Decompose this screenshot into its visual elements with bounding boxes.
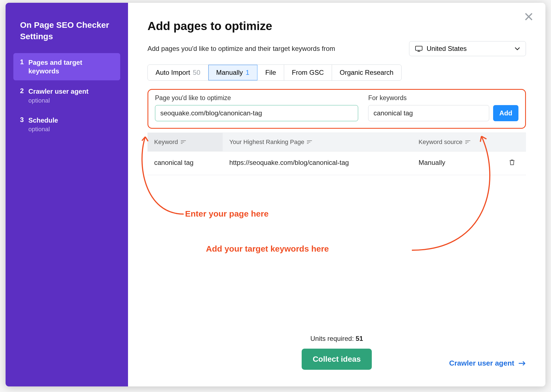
sort-icon	[181, 140, 186, 144]
page-input[interactable]	[155, 105, 358, 121]
sidebar-step-crawler[interactable]: 2 Crawler user agent optional	[13, 82, 120, 109]
add-page-form: Page you'd like to optimize For keywords…	[147, 89, 526, 129]
tab-auto-import[interactable]: Auto Import 50	[148, 65, 208, 80]
tab-label: Manually	[216, 69, 243, 76]
col-label: Keyword	[154, 138, 178, 146]
close-icon	[523, 11, 534, 22]
tab-label: File	[265, 69, 276, 76]
tab-file[interactable]: File	[257, 65, 284, 80]
step-label: Crawler user agent	[28, 87, 88, 96]
chevron-down-icon	[515, 47, 520, 50]
step-number: 1	[20, 58, 28, 66]
tab-from-gsc[interactable]: From GSC	[284, 65, 332, 80]
country-value: United States	[427, 45, 467, 53]
sort-icon	[465, 140, 470, 144]
col-keyword[interactable]: Keyword	[147, 133, 223, 151]
units-value: 51	[356, 335, 363, 342]
step-number: 3	[20, 116, 28, 124]
page-field-label: Page you'd like to optimize	[155, 94, 358, 102]
add-button[interactable]: Add	[493, 105, 518, 121]
keywords-field-label: For keywords	[368, 94, 518, 102]
sort-icon	[307, 140, 312, 144]
tab-count: 50	[193, 69, 200, 76]
annotation-page-hint: Enter your page here	[185, 209, 269, 219]
sidebar-title: On Page SEO Checker Settings	[20, 19, 120, 42]
tab-organic-research[interactable]: Organic Research	[332, 65, 401, 80]
tab-label: From GSC	[292, 69, 324, 76]
sidebar-step-schedule[interactable]: 3 Schedule optional	[13, 111, 120, 138]
settings-modal: On Page SEO Checker Settings 1 Pages and…	[6, 3, 545, 386]
col-actions	[498, 133, 526, 151]
desktop-icon	[415, 46, 423, 52]
cell-page: https://seoquake.com/blog/canonical-tag	[223, 152, 412, 175]
delete-row-button[interactable]	[498, 152, 526, 175]
tab-count: 1	[246, 69, 249, 76]
tab-manually[interactable]: Manually 1	[208, 65, 257, 80]
tab-label: Auto Import	[156, 69, 190, 76]
cell-keyword: canonical tag	[147, 152, 223, 175]
annotation-keywords-hint: Add your target keywords here	[206, 244, 329, 254]
import-tabs: Auto Import 50 Manually 1 File From GSC …	[147, 64, 402, 81]
tab-label: Organic Research	[340, 69, 393, 76]
step-sublabel: optional	[28, 126, 58, 133]
units-label: Units required:	[310, 335, 356, 342]
units-required: Units required: 51	[310, 335, 363, 343]
collect-ideas-button[interactable]: Collect ideas	[302, 349, 372, 370]
footer: Units required: 51 Collect ideas Crawler…	[147, 335, 526, 375]
col-source[interactable]: Keyword source	[412, 133, 498, 151]
table-row: canonical tag https://seoquake.com/blog/…	[147, 151, 526, 175]
table-header: Keyword Your Highest Ranking Page Keywor…	[147, 133, 526, 151]
sidebar: On Page SEO Checker Settings 1 Pages and…	[6, 3, 128, 386]
step-sublabel: optional	[28, 97, 88, 104]
step-number: 2	[20, 87, 28, 95]
next-step-link[interactable]: Crawler user agent	[449, 359, 526, 368]
svg-rect-0	[415, 46, 422, 50]
cell-source: Manually	[412, 152, 498, 175]
arrow-right-icon	[518, 361, 526, 366]
col-label: Keyword source	[419, 138, 463, 146]
next-step-label: Crawler user agent	[449, 359, 514, 368]
page-title: Add pages to optimize	[147, 19, 526, 33]
col-label: Your Highest Ranking Page	[229, 138, 304, 146]
step-label: Schedule	[28, 116, 58, 125]
keywords-table: Keyword Your Highest Ranking Page Keywor…	[147, 133, 526, 175]
intro-text: Add pages you'd like to optimize and the…	[147, 45, 402, 53]
col-page[interactable]: Your Highest Ranking Page	[223, 133, 412, 151]
trash-icon	[508, 159, 516, 166]
sidebar-step-pages[interactable]: 1 Pages and target keywords	[13, 53, 120, 80]
main-panel: Add pages to optimize Add pages you'd li…	[128, 3, 545, 386]
keywords-input[interactable]	[368, 105, 489, 121]
country-select[interactable]: United States	[409, 41, 526, 56]
step-label: Pages and target keywords	[28, 58, 114, 75]
close-button[interactable]	[523, 11, 534, 22]
